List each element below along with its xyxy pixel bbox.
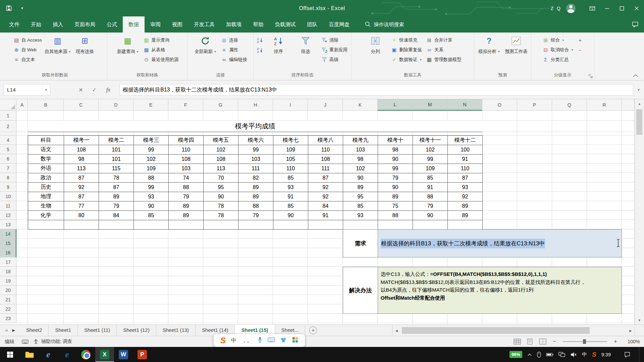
name-box[interactable]: L14 ▼ [3, 84, 50, 96]
cell-N10[interactable]: 92 [448, 192, 483, 201]
cell-C7[interactable]: 113 [64, 164, 99, 173]
column-header-E[interactable]: E [133, 99, 168, 111]
cell-F8[interactable]: 74 [169, 173, 204, 183]
cell-M9[interactable]: 91 [413, 183, 448, 192]
cell-G13[interactable] [204, 220, 238, 230]
cell-B12[interactable]: 化学 [28, 211, 64, 220]
sheet-tab-sheet1-13[interactable]: Sheet1 (13) [156, 325, 196, 336]
ribbon-button-from-table[interactable]: ▦从表格 [142, 45, 180, 55]
row-header-7[interactable]: 7 [0, 164, 16, 173]
accessibility-status[interactable]: 辅助功能: 调查 [41, 339, 72, 345]
cell-F9[interactable]: 88 [169, 183, 204, 192]
cell-D9[interactable]: 87 [99, 183, 134, 192]
ribbon-button-sort-za[interactable]: ZA [256, 46, 264, 54]
ribbon-button-clear-filter[interactable]: 清除 [320, 35, 349, 45]
column-header-K[interactable]: K [343, 99, 378, 111]
column-header-A[interactable]: A [16, 99, 28, 111]
cell-N11[interactable]: 89 [448, 201, 483, 211]
zoom-level[interactable]: 100% [623, 339, 640, 344]
ribbon-button-show-queries[interactable]: ▥显示查询 [142, 35, 180, 45]
cell-N8[interactable]: 87 [448, 173, 483, 183]
ribbon-button-edit-links[interactable]: ∞编辑链接 [219, 55, 249, 64]
cell-K6[interactable]: 98 [343, 155, 378, 164]
cell-J8[interactable]: 87 [308, 173, 343, 183]
battery-percent-badge[interactable]: 96% [509, 351, 522, 358]
ribbon-tab-help[interactable]: 帮助 [248, 16, 269, 33]
word-icon[interactable]: W [114, 347, 133, 362]
ribbon-button-filter[interactable]: 筛选 [292, 34, 319, 55]
row-header-4[interactable]: 4 [0, 135, 16, 145]
horizontal-scrollbar[interactable]: ◀ ▶ [392, 325, 635, 336]
cell-J10[interactable]: 92 [308, 192, 343, 201]
column-header-F[interactable]: F [168, 99, 203, 111]
ribbon-tab-review[interactable]: 审阅 [145, 16, 166, 33]
cell-K7[interactable]: 102 [343, 164, 378, 173]
cell-M10[interactable]: 88 [413, 192, 448, 201]
chrome-icon[interactable] [76, 347, 95, 362]
user-name[interactable]: Z Q [551, 6, 561, 11]
ribbon-tab-load-test[interactable]: 负载测试 [269, 16, 302, 33]
column-header-J[interactable]: J [308, 99, 343, 111]
cell-I9[interactable]: 93 [273, 183, 308, 192]
column-header-I[interactable]: I [273, 99, 308, 111]
cell-N7[interactable]: 110 [448, 164, 483, 173]
cell-B8[interactable]: 政治 [28, 173, 64, 183]
row-header-12[interactable]: 12 [0, 210, 16, 220]
cell-I7[interactable]: 110 [273, 164, 308, 173]
cell-E11[interactable]: 90 [134, 201, 169, 211]
cell-L9[interactable]: 90 [378, 183, 413, 192]
cell-I6[interactable]: 105 [273, 155, 308, 164]
cell-M12[interactable]: 90 [413, 211, 448, 220]
cell-B9[interactable]: 历史 [28, 183, 64, 192]
ribbon-button-hide-detail[interactable]: − [576, 46, 584, 54]
ribbon-tab-view[interactable]: 视图 [166, 16, 188, 33]
row-header-5[interactable]: 5 [0, 145, 16, 154]
show-desktop-button[interactable] [639, 347, 641, 362]
cell-N9[interactable]: 93 [448, 183, 483, 192]
ribbon-tab-insert[interactable]: 插入 [47, 16, 69, 33]
ribbon-button-sort-dialog[interactable]: AZ排序 [265, 34, 291, 55]
ribbon-tab-page-layout[interactable]: 页面布局 [69, 16, 101, 33]
cell-J4[interactable]: 模考八 [308, 136, 343, 145]
action-center-icon[interactable] [624, 352, 631, 358]
column-header-M[interactable]: M [413, 99, 447, 111]
cell-N12[interactable]: 89 [448, 211, 483, 220]
ribbon-button-recent-sources[interactable]: ⊙最近使用的源 [142, 55, 180, 64]
cell-I13[interactable] [273, 220, 308, 230]
ie-icon[interactable]: e [39, 347, 58, 362]
avatar[interactable] [566, 4, 576, 13]
row-header-17[interactable]: 17 [0, 257, 16, 267]
cell-K9[interactable]: 89 [343, 183, 378, 192]
cell-D5[interactable]: 101 [99, 145, 134, 155]
cells-area[interactable]: 模考平均成绩科目模考一模考二模考三模考四模考五模考六模考七模考八模考九模考十模考… [16, 111, 635, 324]
cell-L10[interactable]: 89 [378, 192, 413, 201]
ribbon-tab-file[interactable]: 文件 [3, 16, 25, 33]
cell-D8[interactable]: 78 [99, 173, 134, 183]
ime-language-indicator[interactable]: 中 [582, 351, 587, 358]
column-header-O[interactable]: O [482, 99, 517, 111]
horizontal-scroll-thumb[interactable] [402, 327, 590, 334]
sheet-nav-left-icon[interactable]: ◀ [5, 328, 7, 333]
cell-K8[interactable]: 90 [343, 173, 378, 183]
zoom-thumb[interactable] [583, 339, 586, 344]
mic-icon[interactable] [258, 337, 262, 345]
ribbon-button-data-validation[interactable]: ✓数据验证▾ [389, 55, 424, 64]
cell-M6[interactable]: 99 [413, 155, 448, 164]
cell-K11[interactable]: 85 [343, 201, 378, 211]
row-header-8[interactable]: 8 [0, 173, 16, 182]
page-layout-view-icon[interactable] [525, 338, 535, 346]
ribbon-button-group[interactable]: ⊞组合▾ [541, 35, 575, 45]
enter-icon[interactable]: ✓ [88, 84, 101, 96]
column-header-N[interactable]: N [447, 99, 482, 111]
cell-M5[interactable]: 102 [413, 145, 448, 155]
mouse-icon[interactable] [537, 352, 541, 358]
scroll-up-icon[interactable]: ▲ [635, 99, 644, 108]
cell-H6[interactable]: 103 [238, 155, 273, 164]
row-header-15[interactable]: 15 [0, 239, 16, 248]
sogou-tray-icon[interactable]: S [592, 351, 596, 358]
cell-G9[interactable]: 95 [204, 183, 238, 192]
skin-icon[interactable] [280, 337, 287, 344]
row-header-16[interactable]: 16 [0, 248, 16, 257]
cell-J5[interactable]: 110 [308, 145, 343, 155]
cell-D11[interactable]: 79 [99, 201, 134, 211]
